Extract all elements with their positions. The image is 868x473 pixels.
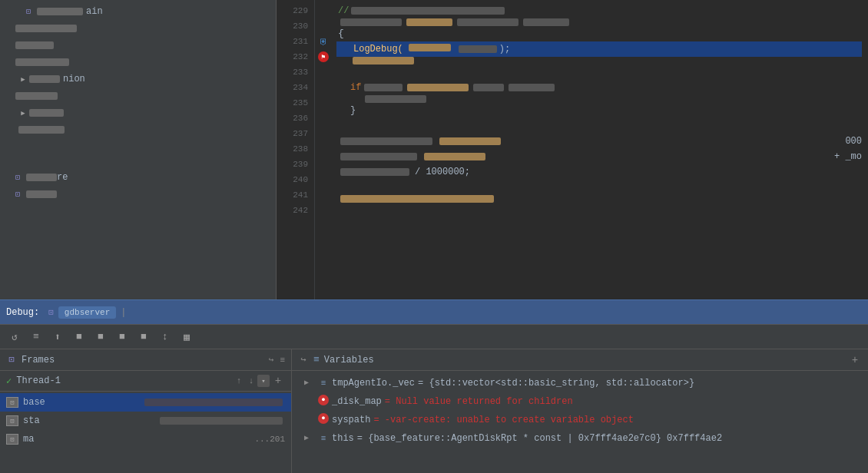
code-line-238 (338, 118, 862, 134)
list-btn[interactable]: ≡ (28, 329, 45, 346)
tree-item[interactable]: ▶ nion (0, 71, 276, 88)
frame-item-sta[interactable]: ⊡ sta (0, 412, 291, 430)
tree-label (37, 8, 83, 15)
step-over-btn[interactable]: ⬆ (49, 329, 66, 346)
add-variable-btn[interactable]: + (848, 353, 862, 367)
code-line-240: + _mo (338, 149, 862, 164)
frames-lines-icon: ≡ (280, 356, 285, 365)
code-line-234 (338, 64, 862, 80)
left-panel: ⊡ ain ▶ nion (0, 0, 277, 299)
code-line-233 (338, 57, 862, 64)
frame-name-sta: sta (23, 415, 157, 426)
tree-item[interactable]: ⊡ re (0, 169, 276, 186)
tree-label-8 (18, 126, 65, 134)
var-item-tmpagentio[interactable]: ▶ ≡ tmpAgentIo._vec = {std::vector<std::… (292, 374, 868, 392)
var-lines-icon-this: ≡ (318, 432, 329, 445)
frame-item-ma[interactable]: ⊡ ma ...201 (0, 430, 291, 448)
thread-nav-up[interactable]: ↑ (233, 375, 245, 387)
tree-label-4 (15, 58, 69, 66)
debugger-content: ⊡ Frames ↪ ≡ ✓ Thread-1 ↑ ↓ ▾ + (0, 349, 868, 473)
variables-lines-icon: ≡ (313, 354, 320, 366)
gutter: ⛨ ⚑ (315, 0, 332, 299)
var-name-tmpagentio: tmpAgentIo._vec (332, 376, 415, 390)
frame-icon-sta: ⊡ (6, 415, 18, 426)
app-container: ⊡ ain ▶ nion (0, 0, 868, 473)
tree-item[interactable] (0, 121, 276, 138)
var-lines-icon-tmpagentio: ≡ (318, 376, 329, 390)
tree-item[interactable]: ▶ (0, 104, 276, 121)
thread-name: Thread-1 (16, 375, 233, 386)
union-label: nion (63, 74, 85, 84)
debug-bar: Debug: ⊡ gdbserver | (0, 299, 868, 324)
stop-btn-1[interactable]: ■ (71, 329, 88, 346)
editor-area: ⊡ ain ▶ nion (0, 0, 868, 299)
var-name-diskmap: _disk_map (332, 395, 382, 408)
debug-separator: | (121, 307, 126, 318)
debugger-panel: ↺ ≡ ⬆ ■ ■ ■ ■ ↕ ▦ ⊡ Frames ↪ ≡ (0, 324, 868, 473)
variables-panel-header: ↪ ≡ Variables + (292, 349, 868, 371)
code-content: // { (332, 0, 868, 299)
var-value-diskmap: = Null value returned for children (385, 395, 862, 408)
tree-arrow-2: ▶ (18, 74, 28, 84)
frames-link-icon: ↪ (269, 355, 274, 365)
tree-label-7 (29, 109, 64, 117)
error-icon-syspath: ● (318, 413, 329, 424)
line-numbers: 229 230 231 232 233 234 235 236 237 238 … (277, 0, 315, 299)
code-line-236 (338, 95, 862, 103)
thread-dropdown-btn[interactable]: ▾ (257, 375, 270, 387)
code-line-229: // (338, 3, 862, 18)
tree-label-5 (29, 75, 60, 83)
frame-list: ⊡ base ⊡ sta ⊡ ma ...201 (0, 392, 291, 473)
var-arrow-this[interactable]: ▶ (304, 432, 315, 445)
tree-item[interactable] (0, 54, 276, 71)
thread-nav-down[interactable]: ↓ (245, 375, 257, 387)
tree-item[interactable]: ⊡ ain (0, 3, 276, 20)
debug-process-icon: ⊡ (48, 307, 54, 317)
restart-btn[interactable]: ↺ (6, 329, 23, 346)
debug-process[interactable]: gdbserver (58, 306, 116, 319)
tree-item[interactable] (0, 37, 276, 54)
frames-panel: ⊡ Frames ↪ ≡ ✓ Thread-1 ↑ ↓ ▾ + (0, 349, 292, 473)
code-line-231: { (338, 26, 862, 41)
code-line-239: 000 (338, 134, 862, 149)
var-value-this: = {base_feature::AgentDiskRpt * const | … (357, 432, 862, 445)
step-in-btn[interactable]: ↕ (157, 329, 174, 346)
var-item-diskmap[interactable]: ● _disk_map = Null value returned for ch… (292, 392, 868, 411)
var-item-syspath[interactable]: ● syspath = -var-create: unable to creat… (292, 411, 868, 429)
stop-btn-3[interactable]: ■ (114, 329, 131, 346)
grid-btn[interactable]: ▦ (178, 329, 195, 346)
tree-item[interactable]: ⊡ (0, 186, 276, 203)
frames-icon: ⊡ (6, 355, 17, 366)
tree-icon: ⊡ (23, 6, 34, 17)
var-name-syspath: syspath (332, 413, 370, 427)
tree-item[interactable] (0, 88, 276, 104)
code-line-237: } (338, 103, 862, 118)
thread-selector: ✓ Thread-1 ↑ ↓ ▾ + (0, 371, 291, 392)
thread-add-btn[interactable]: + (271, 374, 285, 388)
var-item-this[interactable]: ▶ ≡ this = {base_feature::AgentDiskRpt *… (292, 429, 868, 448)
frame-item-base[interactable]: ⊡ base (0, 393, 291, 412)
frame-name-ma: ma (23, 434, 250, 445)
tree-arrow-3: ▶ (18, 108, 28, 117)
shield-gutter: ⛨ (315, 34, 332, 49)
debug-label: Debug: (6, 307, 39, 318)
frame-location-ma: ...201 (254, 435, 285, 444)
code-line-242 (338, 180, 862, 195)
code-line-241: / 1000000; (338, 164, 862, 180)
stop-btn-2[interactable]: ■ (92, 329, 109, 346)
breakpoint-indicator: ⚑ (315, 49, 332, 64)
tree-label-3 (15, 41, 54, 49)
tree-arrow (12, 7, 22, 16)
frames-panel-header: ⊡ Frames ↪ ≡ (0, 349, 291, 371)
var-value-syspath: = -var-create: unable to create variable… (373, 413, 862, 427)
file-label-2 (26, 190, 57, 198)
file-label (26, 174, 57, 181)
var-list: ▶ ≡ tmpAgentIo._vec = {std::vector<std::… (292, 371, 868, 473)
stop-btn-4[interactable]: ■ (135, 329, 152, 346)
var-arrow-tmpagentio[interactable]: ▶ (304, 376, 315, 390)
tree-item[interactable] (0, 20, 276, 37)
file-icon: ⊡ (12, 172, 23, 183)
frame-icon-ma: ⊡ (6, 434, 18, 445)
var-name-this: this (332, 432, 354, 445)
variables-title: Variables (324, 355, 374, 366)
